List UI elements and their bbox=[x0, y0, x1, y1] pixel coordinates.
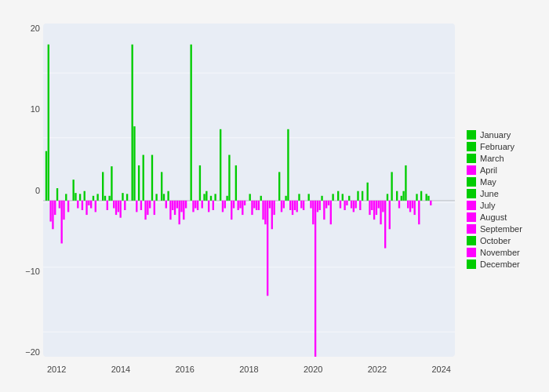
svg-rect-10 bbox=[54, 201, 56, 215]
svg-rect-149 bbox=[396, 191, 398, 201]
y-axis: 20 10 0 −10 −20 bbox=[16, 24, 43, 357]
svg-rect-34 bbox=[113, 201, 115, 209]
svg-rect-49 bbox=[149, 201, 151, 209]
svg-rect-71 bbox=[203, 194, 205, 201]
svg-rect-115 bbox=[312, 201, 314, 224]
svg-rect-98 bbox=[269, 201, 271, 209]
svg-rect-52 bbox=[155, 194, 157, 201]
svg-rect-126 bbox=[340, 201, 341, 209]
svg-rect-112 bbox=[303, 201, 304, 210]
svg-rect-108 bbox=[294, 201, 296, 210]
chart-legend: January February March April May June bbox=[455, 16, 541, 376]
legend-label-june: June bbox=[480, 189, 499, 198]
svg-rect-162 bbox=[427, 196, 429, 201]
svg-rect-137 bbox=[367, 183, 369, 201]
svg-rect-111 bbox=[300, 201, 302, 209]
legend-item-october: October bbox=[467, 236, 541, 245]
legend-label-november: November bbox=[480, 248, 520, 257]
svg-rect-80 bbox=[226, 196, 227, 201]
svg-rect-139 bbox=[371, 201, 373, 210]
legend-item-march: March bbox=[467, 154, 541, 163]
svg-rect-91 bbox=[253, 201, 255, 209]
legend-item-january: January bbox=[467, 130, 541, 140]
legend-color-july bbox=[467, 201, 476, 210]
svg-rect-159 bbox=[418, 201, 420, 224]
svg-rect-103 bbox=[283, 201, 285, 209]
x-label-2022: 2022 bbox=[368, 365, 387, 374]
svg-rect-23 bbox=[85, 201, 87, 215]
svg-rect-119 bbox=[321, 196, 322, 201]
svg-rect-150 bbox=[398, 201, 400, 209]
svg-rect-85 bbox=[238, 201, 239, 210]
svg-rect-88 bbox=[244, 201, 245, 205]
svg-rect-143 bbox=[380, 201, 381, 224]
svg-rect-15 bbox=[65, 194, 67, 201]
svg-rect-6 bbox=[45, 151, 47, 201]
legend-color-march bbox=[467, 154, 476, 163]
svg-rect-20 bbox=[79, 194, 81, 201]
legend-item-september: September bbox=[467, 224, 541, 234]
svg-rect-132 bbox=[353, 201, 354, 212]
svg-rect-153 bbox=[405, 165, 406, 201]
x-axis: 2012 2014 2016 2018 2020 2022 2024 bbox=[43, 365, 455, 374]
y-label-10: 10 bbox=[31, 104, 40, 114]
svg-rect-148 bbox=[391, 172, 392, 200]
legend-label-july: July bbox=[480, 201, 496, 210]
svg-rect-57 bbox=[169, 201, 171, 220]
svg-rect-65 bbox=[191, 45, 192, 201]
svg-rect-109 bbox=[296, 201, 298, 212]
legend-color-august bbox=[467, 212, 476, 222]
svg-rect-135 bbox=[359, 201, 361, 210]
svg-rect-62 bbox=[180, 201, 182, 212]
svg-rect-102 bbox=[281, 201, 282, 212]
svg-rect-72 bbox=[205, 191, 207, 201]
svg-rect-155 bbox=[409, 201, 411, 212]
svg-rect-38 bbox=[122, 193, 123, 201]
svg-rect-28 bbox=[96, 194, 98, 201]
legend-color-january bbox=[467, 130, 476, 140]
svg-rect-69 bbox=[199, 165, 201, 201]
legend-item-may: May bbox=[467, 177, 541, 187]
svg-rect-32 bbox=[108, 196, 110, 201]
chart-area: 20 10 0 −10 −20 2012 2014 2016 2018 2020… bbox=[16, 16, 541, 376]
svg-rect-134 bbox=[357, 191, 358, 201]
svg-rect-94 bbox=[260, 196, 262, 201]
svg-rect-125 bbox=[337, 191, 339, 201]
svg-rect-54 bbox=[163, 194, 165, 201]
bars-svg bbox=[43, 24, 455, 357]
svg-rect-50 bbox=[151, 155, 153, 201]
svg-rect-36 bbox=[118, 201, 119, 212]
svg-rect-16 bbox=[67, 201, 69, 212]
legend-item-june: June bbox=[467, 189, 541, 198]
svg-rect-8 bbox=[49, 201, 51, 222]
svg-rect-76 bbox=[214, 194, 216, 201]
y-label-20: 20 bbox=[31, 24, 40, 33]
svg-rect-46 bbox=[143, 155, 144, 201]
svg-rect-92 bbox=[256, 201, 257, 210]
x-label-2012: 2012 bbox=[47, 365, 66, 374]
y-label-0: 0 bbox=[35, 186, 40, 195]
legend-item-december: December bbox=[467, 260, 541, 269]
svg-rect-154 bbox=[407, 201, 409, 209]
legend-item-july: July bbox=[467, 201, 541, 210]
svg-rect-68 bbox=[197, 201, 198, 210]
legend-label-december: December bbox=[480, 260, 520, 269]
plot-background: 20 10 0 −10 −20 2012 2014 2016 2018 2020… bbox=[43, 24, 455, 357]
svg-rect-26 bbox=[93, 196, 94, 201]
svg-rect-29 bbox=[102, 172, 104, 200]
legend-label-may: May bbox=[480, 177, 496, 187]
svg-rect-31 bbox=[107, 201, 108, 210]
svg-rect-116 bbox=[314, 201, 316, 357]
svg-rect-118 bbox=[319, 201, 321, 210]
svg-rect-145 bbox=[384, 201, 386, 249]
svg-rect-97 bbox=[267, 201, 268, 296]
svg-rect-101 bbox=[278, 172, 280, 200]
svg-rect-74 bbox=[210, 196, 212, 201]
svg-rect-120 bbox=[323, 201, 325, 220]
legend-color-october bbox=[467, 236, 476, 245]
svg-rect-12 bbox=[59, 201, 60, 209]
legend-label-august: August bbox=[480, 212, 507, 222]
x-label-2020: 2020 bbox=[304, 365, 322, 374]
svg-rect-58 bbox=[172, 201, 173, 210]
legend-item-november: November bbox=[467, 248, 541, 257]
